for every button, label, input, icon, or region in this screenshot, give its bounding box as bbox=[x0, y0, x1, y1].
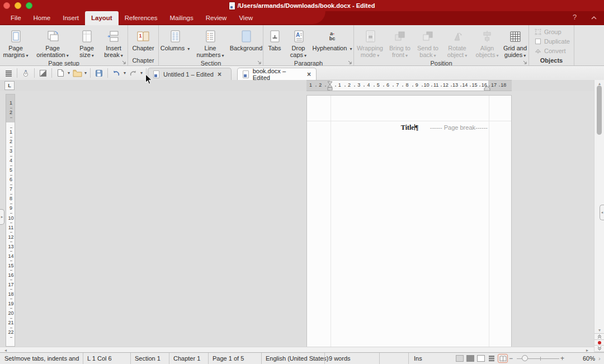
status-section: Section 1 bbox=[135, 353, 161, 364]
save-button[interactable] bbox=[94, 68, 104, 78]
tab-view[interactable]: View bbox=[233, 11, 259, 24]
view-book-icon[interactable] bbox=[498, 354, 508, 363]
horizontal-ruler[interactable]: 21123456789101112131415161718 bbox=[306, 80, 512, 91]
grid-and-guides-button[interactable]: Grid and guides▾ bbox=[502, 27, 528, 59]
page-break-indicator: ------ Page break------ bbox=[417, 124, 488, 131]
help-icon[interactable]: ? bbox=[573, 13, 577, 21]
dropdown-caret-icon[interactable]: ▾ bbox=[68, 70, 70, 75]
previous-page-button[interactable] bbox=[594, 333, 604, 339]
gesture-hand-icon[interactable] bbox=[21, 68, 31, 78]
dialog-launcher-icon[interactable] bbox=[257, 60, 261, 64]
open-document-button[interactable] bbox=[72, 68, 82, 78]
grid-and-guides-icon bbox=[508, 30, 522, 43]
tab-review[interactable]: Review bbox=[200, 11, 233, 24]
tab-insert[interactable]: Insert bbox=[56, 11, 85, 24]
view-stacked-pages-icon[interactable] bbox=[488, 355, 496, 362]
vertical-scrollbar[interactable]: ▴ ▾ ◂ bbox=[594, 80, 604, 351]
ruler-number: 7 bbox=[396, 82, 399, 88]
drop-caps-label: Drop caps bbox=[290, 45, 305, 58]
columns-icon bbox=[168, 30, 182, 43]
bring-to-front-button[interactable]: Bring to front▾ bbox=[386, 27, 414, 59]
dialog-launcher-icon[interactable] bbox=[523, 60, 527, 64]
document-canvas[interactable]: 2112345678910111213141516171819202122 Ti… bbox=[0, 91, 594, 347]
view-page-icon[interactable] bbox=[477, 355, 485, 362]
tab-file[interactable]: File bbox=[4, 11, 27, 24]
navigation-button[interactable] bbox=[594, 339, 604, 345]
ruler-number: 17 bbox=[6, 282, 15, 287]
zoom-slider-knob[interactable] bbox=[522, 355, 528, 361]
close-tab-icon[interactable]: × bbox=[307, 70, 311, 78]
tabs-button[interactable]: Tabs bbox=[263, 27, 286, 59]
zoom-out-icon[interactable]: − bbox=[509, 353, 513, 364]
line-numbers-button[interactable]: Line numbers▾ bbox=[191, 27, 229, 59]
dropdown-caret-icon[interactable]: ▾ bbox=[124, 70, 126, 75]
tab-references[interactable]: References bbox=[119, 11, 164, 24]
page-orientation-button[interactable]: Page orientation▾ bbox=[31, 27, 74, 59]
tab-stop-type-button[interactable]: L bbox=[4, 81, 15, 90]
right-sidebar-handle[interactable]: ◂ bbox=[600, 205, 604, 220]
page-margins-button[interactable]: Page margins▾ bbox=[0, 27, 31, 59]
status-page-number[interactable]: Page 1 of 5 bbox=[213, 353, 244, 364]
new-document-button[interactable] bbox=[55, 68, 65, 78]
status-separator bbox=[379, 353, 380, 364]
dialog-launcher-icon[interactable] bbox=[348, 60, 352, 64]
indent-markers[interactable] bbox=[327, 81, 333, 91]
send-to-back-button[interactable]: Send to back▾ bbox=[414, 27, 442, 59]
document-page[interactable]: Title¶ ------ Page break------ bbox=[306, 95, 512, 347]
columns-button[interactable]: Columns ▾ bbox=[159, 27, 191, 59]
view-single-page-icon[interactable] bbox=[456, 355, 464, 362]
zoom-percentage[interactable]: 60% bbox=[576, 353, 595, 364]
collapse-ribbon-icon[interactable] bbox=[591, 16, 597, 20]
dialog-launcher-icon[interactable] bbox=[122, 60, 126, 64]
vertical-ruler[interactable]: 2112345678910111213141516171819202122 bbox=[6, 94, 15, 347]
insert-break-button[interactable]: Insert break▾ bbox=[100, 27, 128, 59]
view-multiple-pages-icon[interactable] bbox=[466, 355, 474, 362]
tab-layout[interactable]: Layout bbox=[85, 11, 119, 25]
contrast-mode-icon[interactable] bbox=[38, 68, 48, 78]
align-objects-button[interactable]: Align objects▾ bbox=[473, 27, 502, 59]
ruler-tick bbox=[10, 175, 12, 176]
next-page-button[interactable] bbox=[594, 345, 604, 351]
zoom-in-icon[interactable]: + bbox=[560, 353, 564, 364]
hyphenation-label: Hyphenation bbox=[313, 45, 347, 51]
status-separator bbox=[408, 353, 409, 364]
dropdown-caret-icon[interactable]: ▾ bbox=[84, 70, 87, 75]
ruler-number: 14 bbox=[6, 253, 15, 259]
duplicate-button[interactable]: Duplicate bbox=[529, 36, 574, 46]
status-separator bbox=[324, 353, 325, 364]
tab-mailings[interactable]: Mailings bbox=[164, 11, 200, 24]
status-insert-mode[interactable]: Ins bbox=[414, 353, 422, 364]
group-objects-button[interactable]: Group bbox=[529, 27, 574, 36]
tab-home[interactable]: Home bbox=[27, 11, 57, 24]
horizontal-scrollbar[interactable]: ◂ ▸ bbox=[0, 347, 594, 352]
ruler-number: 15 bbox=[6, 263, 15, 268]
wrapping-mode-button[interactable]: Wrapping mode▾ bbox=[354, 27, 386, 59]
rotate-object-button[interactable]: Rotate object▾ bbox=[442, 27, 473, 59]
ruler-number: 14 bbox=[462, 82, 468, 88]
ribbon-tabs: File Home Insert Layout References Maili… bbox=[4, 11, 259, 24]
menu-icon[interactable] bbox=[3, 68, 13, 78]
close-tab-icon[interactable]: × bbox=[218, 70, 221, 78]
page-size-button[interactable]: Page size▾ bbox=[74, 27, 100, 59]
doc-tab-untitled[interactable]: Untitled 1 – Edited × bbox=[148, 68, 232, 80]
ruler-number: 9 bbox=[416, 82, 418, 88]
status-word-count[interactable]: 9 words bbox=[329, 353, 351, 364]
background-button[interactable]: Background bbox=[229, 27, 263, 59]
statusbar-overflow-icon[interactable]: › bbox=[598, 353, 601, 364]
left-sidebar-handle[interactable]: ▸ bbox=[0, 209, 4, 225]
doc-tab-book[interactable]: book.docx – Edited × bbox=[237, 68, 317, 80]
scroll-down-icon[interactable]: ▾ bbox=[594, 328, 604, 333]
convert-button[interactable]: Convert bbox=[529, 46, 574, 55]
vertical-scrollbar-thumb[interactable] bbox=[597, 86, 602, 135]
ruler-tick bbox=[412, 86, 413, 87]
dropdown-caret-icon[interactable]: ▾ bbox=[140, 70, 143, 75]
line-numbers-icon bbox=[204, 30, 217, 43]
undo-button[interactable] bbox=[111, 68, 121, 78]
status-language[interactable]: English (United States) bbox=[266, 353, 329, 364]
line-numbers-label: Line numbers bbox=[197, 45, 221, 58]
drop-caps-button[interactable]: A Drop caps▾ bbox=[286, 27, 311, 59]
redo-button[interactable] bbox=[128, 68, 138, 78]
wrapping-mode-icon bbox=[364, 30, 377, 43]
chapter-button[interactable]: 1 Chapter bbox=[128, 27, 158, 56]
hyphenation-button[interactable]: a-bc Hyphenation ▾ bbox=[311, 27, 353, 59]
